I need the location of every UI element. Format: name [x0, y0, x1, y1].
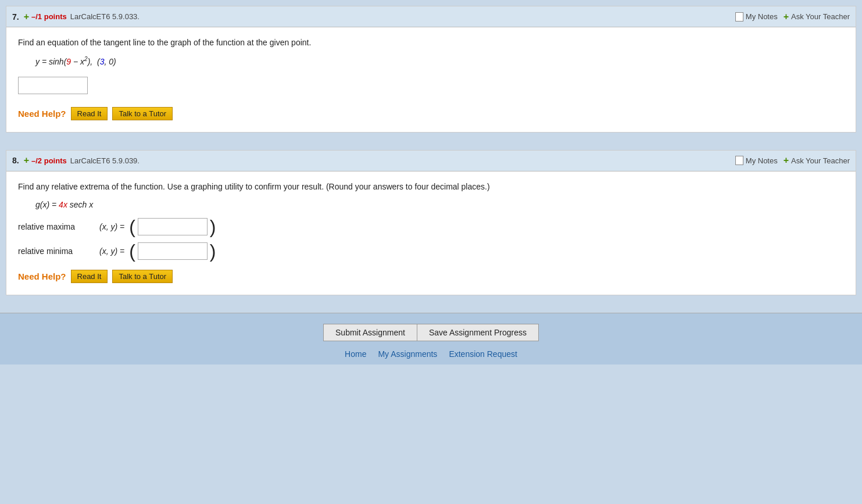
q8-points-label: –/2 points	[31, 156, 67, 165]
q8-maxima-input[interactable]	[138, 218, 208, 235]
q8-minima-row: relative minima (x, y) = ( )	[18, 242, 844, 260]
q7-ask-teacher-icon: +	[784, 12, 789, 22]
q8-ref: LarCalcET6 5.9.039.	[70, 156, 735, 165]
my-assignments-link[interactable]: My Assignments	[378, 349, 437, 359]
q7-math-y: y	[35, 57, 40, 66]
q7-my-notes-label: My Notes	[746, 12, 778, 21]
q7-need-help-label: Need Help?	[18, 109, 66, 119]
q7-answer-area	[18, 74, 844, 102]
q8-talk-tutor-button[interactable]: Talk to a Tutor	[112, 270, 173, 283]
q8-minima-xy: (x, y) =	[99, 246, 124, 256]
q7-question-text: Find an equation of the tangent line to …	[18, 37, 844, 49]
q7-need-help-row: Need Help? Read It Talk to a Tutor	[18, 107, 844, 120]
footer-bar: Submit Assignment Save Assignment Progre…	[0, 313, 862, 364]
q7-notes-icon	[735, 12, 743, 22]
q8-my-notes-label: My Notes	[746, 156, 778, 165]
q8-read-it-button[interactable]: Read It	[71, 270, 108, 283]
q7-comma-0: , 0)	[104, 57, 116, 66]
save-assignment-button[interactable]: Save Assignment Progress	[417, 324, 539, 341]
q7-answer-input[interactable]	[18, 77, 88, 94]
q8-ask-teacher-label: Ask Your Teacher	[791, 156, 850, 165]
q8-number: 8.	[12, 156, 19, 165]
q8-sech: sech x	[70, 200, 93, 209]
q8-maxima-paren-right: )	[210, 217, 216, 236]
question-7-body: Find an equation of the tangent line to …	[6, 27, 856, 132]
q7-points-label: –/1 points	[31, 12, 67, 21]
q7-math-expression: y = sinh(9 − x2), (3, 0)	[35, 56, 844, 66]
q7-ask-teacher-label: Ask Your Teacher	[791, 12, 850, 21]
q7-number: 7.	[12, 12, 19, 22]
q8-question-text: Find any relative extrema of the functio…	[18, 181, 844, 193]
q8-maxima-paren-left: (	[129, 217, 135, 236]
extension-request-link[interactable]: Extension Request	[449, 349, 517, 359]
footer-buttons: Submit Assignment Save Assignment Progre…	[0, 324, 862, 341]
q8-minima-label: relative minima	[18, 246, 99, 256]
q8-header-actions: My Notes + Ask Your Teacher	[735, 155, 850, 166]
question-8-body: Find any relative extrema of the functio…	[6, 171, 856, 295]
q8-ask-teacher-button[interactable]: + Ask Your Teacher	[784, 155, 850, 166]
q7-red-9: 9	[66, 57, 71, 66]
q7-ask-teacher-button[interactable]: + Ask Your Teacher	[784, 12, 850, 22]
q8-ask-teacher-icon: +	[784, 155, 789, 166]
q7-sinh: sinh(	[49, 57, 66, 66]
q8-my-notes-button[interactable]: My Notes	[735, 156, 778, 165]
q7-minus-x2: − x2), (	[71, 57, 100, 66]
q8-maxima-xy: (x, y) =	[99, 222, 124, 231]
q8-points-icon: +	[24, 155, 29, 166]
submit-assignment-button[interactable]: Submit Assignment	[323, 324, 417, 341]
q7-read-it-button[interactable]: Read It	[71, 107, 108, 120]
question-8-header: 8. + –/2 points LarCalcET6 5.9.039. My N…	[6, 151, 856, 171]
home-link[interactable]: Home	[345, 349, 366, 359]
q8-notes-icon	[735, 156, 743, 165]
q8-math-expression: g(x) = 4x sech x	[35, 200, 844, 209]
q8-red-4x: 4x	[59, 200, 67, 209]
question-7-block: 7. + –/1 points LarCalcET6 5.9.033. My N…	[6, 6, 856, 133]
q8-minima-paren-left: (	[129, 242, 135, 260]
q8-minima-input[interactable]	[138, 242, 208, 260]
q7-talk-tutor-button[interactable]: Talk to a Tutor	[112, 107, 173, 120]
question-7-header: 7. + –/1 points LarCalcET6 5.9.033. My N…	[6, 6, 856, 27]
footer-links: Home My Assignments Extension Request	[0, 349, 862, 359]
q8-need-help-row: Need Help? Read It Talk to a Tutor	[18, 270, 844, 283]
q8-equals: =	[52, 200, 59, 209]
q8-gx: g(x)	[35, 200, 49, 209]
page-wrapper: 7. + –/1 points LarCalcET6 5.9.033. My N…	[0, 0, 862, 504]
q8-need-help-label: Need Help?	[18, 271, 66, 281]
q8-maxima-row: relative maxima (x, y) = ( )	[18, 217, 844, 236]
question-8-block: 8. + –/2 points LarCalcET6 5.9.039. My N…	[6, 150, 856, 295]
q8-minima-paren-right: )	[210, 242, 216, 260]
q7-equals: =	[42, 57, 49, 66]
q7-points-icon: +	[24, 12, 29, 22]
q8-maxima-label: relative maxima	[18, 222, 99, 231]
q7-header-actions: My Notes + Ask Your Teacher	[735, 12, 850, 22]
q7-ref: LarCalcET6 5.9.033.	[70, 12, 735, 21]
q7-my-notes-button[interactable]: My Notes	[735, 12, 778, 22]
